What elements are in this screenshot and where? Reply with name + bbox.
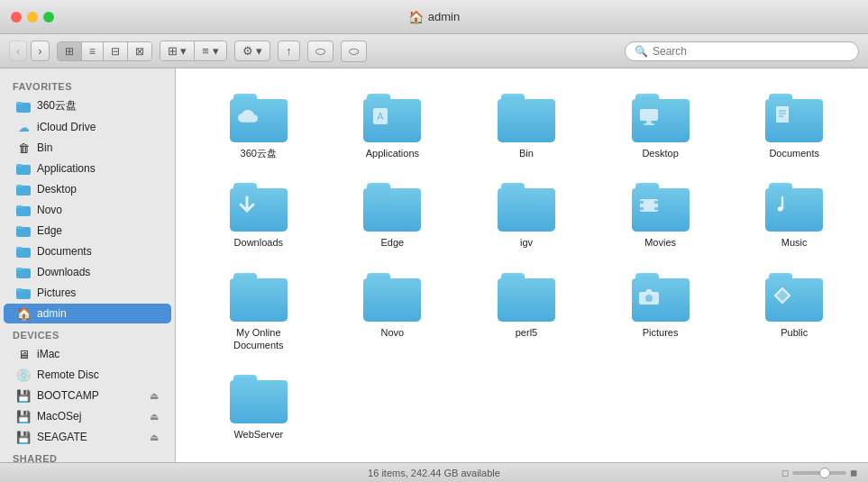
file-label-documents: Documents: [769, 147, 819, 159]
sidebar-icon-documents: [16, 244, 31, 259]
file-item-desktop[interactable]: Desktop: [596, 86, 726, 167]
folder-icon-igv: [498, 183, 555, 232]
main-area: Favorites 360云盘☁iCloud Drive🗑Bin Applica…: [0, 68, 868, 462]
zoom-slider: ◻ ◼: [781, 468, 857, 477]
tag1-button[interactable]: ⬭: [307, 41, 333, 62]
search-input[interactable]: [653, 45, 849, 58]
folder-icon-movies: [632, 183, 690, 232]
sidebar-icon-novo: [16, 203, 31, 217]
file-item-perl5[interactable]: perl5: [461, 266, 591, 359]
svg-rect-29: [654, 207, 658, 210]
file-item-my-online[interactable]: My Online Documents: [194, 266, 324, 359]
eject-icon-bootcamp[interactable]: ⏏: [150, 390, 159, 402]
view-toggle: ⊞ ≡ ⊟ ⊠: [57, 41, 152, 61]
sidebar-item-novo[interactable]: Novo: [4, 200, 171, 220]
close-button[interactable]: [11, 12, 22, 23]
folder-body-desktop: [632, 99, 690, 142]
slider-thumb[interactable]: [819, 468, 830, 478]
sidebar-item-edge[interactable]: Edge: [4, 221, 171, 241]
svg-rect-19: [646, 121, 652, 123]
folder-body-yunpan: [230, 99, 288, 142]
file-label-movies: Movies: [644, 236, 676, 249]
file-label-pictures: Pictures: [643, 326, 679, 339]
title-text: admin: [428, 10, 460, 23]
view-list-btn[interactable]: ≡: [82, 42, 104, 60]
minimize-button[interactable]: [27, 12, 38, 23]
view-column-btn[interactable]: ⊟: [104, 42, 128, 60]
folder-icon-edge: [363, 183, 421, 232]
sidebar-icon-yunpan: [16, 99, 31, 114]
forward-button[interactable]: ›: [31, 41, 49, 61]
sidebar-label-bin: Bin: [37, 141, 159, 154]
sidebar-label-applications: Applications: [37, 162, 159, 175]
sidebar-label-desktop: Desktop: [37, 183, 159, 196]
sidebar-label-novo: Novo: [37, 204, 159, 216]
file-label-edge: Edge: [381, 236, 405, 249]
folder-icon-applications: A: [363, 94, 421, 142]
file-item-webserver[interactable]: WebServer: [194, 368, 324, 448]
file-item-applications[interactable]: A Applications: [328, 86, 458, 167]
sidebar-item-icloud[interactable]: ☁iCloud Drive: [4, 117, 171, 137]
sidebar-item-seagate[interactable]: 💾SEAGATE⏏: [4, 427, 171, 447]
folder-body-music: [765, 188, 823, 232]
folder-icon-bin: [498, 94, 555, 142]
file-item-novo[interactable]: Novo: [328, 266, 458, 359]
view-cover-btn[interactable]: ⊠: [128, 42, 151, 60]
sort-button[interactable]: ⊞ ▾: [160, 41, 196, 60]
view-icon-btn[interactable]: ⊞: [58, 42, 82, 60]
file-item-music[interactable]: Music: [729, 176, 859, 256]
folder-overlay-edge: [363, 188, 397, 223]
sidebar-icon-applications: [16, 161, 31, 176]
file-item-bin[interactable]: Bin: [461, 86, 591, 167]
sidebar-item-admin[interactable]: 🏠admin: [4, 304, 171, 323]
svg-rect-7: [16, 205, 23, 208]
sidebar-item-macosej[interactable]: 💾MacOSej⏏: [4, 406, 171, 426]
file-item-edge[interactable]: Edge: [328, 176, 458, 256]
sidebar-item-imac[interactable]: 🖥iMac: [4, 344, 171, 364]
maximize-button[interactable]: [43, 12, 54, 23]
status-text: 16 items, 242.44 GB available: [368, 468, 500, 478]
svg-rect-9: [16, 226, 23, 229]
eject-icon-macosej[interactable]: ⏏: [150, 411, 159, 423]
folder-body-bin: [498, 99, 555, 142]
sidebar-icon-edge: [16, 223, 31, 238]
tag2-button[interactable]: ⬭: [341, 41, 367, 62]
sidebar-item-bootcamp[interactable]: 💾BOOTCAMP⏏: [4, 386, 171, 405]
file-item-igv[interactable]: igv: [461, 176, 591, 256]
file-label-igv: igv: [520, 236, 533, 249]
file-item-public[interactable]: Public: [729, 266, 859, 359]
sidebar-icon-downloads: [16, 265, 31, 279]
sidebar-item-documents[interactable]: Documents: [4, 241, 171, 261]
svg-rect-13: [16, 268, 23, 270]
svg-rect-15: [16, 288, 23, 291]
action-button[interactable]: ⚙ ▾: [234, 41, 271, 61]
home-icon: 🏠: [408, 10, 424, 24]
back-button[interactable]: ‹: [9, 41, 27, 61]
slider-track[interactable]: [792, 471, 846, 475]
arrange-button[interactable]: ≡ ▾: [195, 41, 225, 60]
sidebar-item-applications[interactable]: Applications: [4, 159, 171, 178]
sidebar-item-remote[interactable]: 💿Remote Disc: [4, 365, 171, 385]
folder-body-perl5: [498, 278, 555, 322]
file-item-documents[interactable]: Documents: [729, 86, 859, 167]
file-grid: 360云盘 A Applications Bin: [194, 86, 859, 448]
sidebar-item-pictures[interactable]: Pictures: [4, 283, 171, 303]
eject-icon-seagate[interactable]: ⏏: [150, 432, 159, 443]
sidebar-item-desktop[interactable]: Desktop: [4, 179, 171, 199]
folder-overlay-applications: A: [363, 99, 397, 133]
file-item-yunpan[interactable]: 360云盘: [194, 86, 324, 167]
share-button[interactable]: ↑: [278, 41, 300, 61]
sidebar-item-downloads[interactable]: Downloads: [4, 262, 171, 282]
window-controls: [11, 12, 54, 23]
folder-icon-downloads: [230, 183, 288, 232]
sidebar-item-bin[interactable]: 🗑Bin: [4, 138, 171, 158]
folder-icon-my-online: [230, 273, 288, 322]
file-label-novo: Novo: [381, 326, 405, 339]
toolbar: ‹ › ⊞ ≡ ⊟ ⊠ ⊞ ▾ ≡ ▾ ⚙ ▾ ↑ ⬭ ⬭ 🔍: [0, 34, 868, 68]
file-item-downloads[interactable]: Downloads: [194, 176, 324, 256]
sidebar-item-yunpan[interactable]: 360云盘: [4, 95, 171, 116]
file-item-movies[interactable]: Movies: [596, 176, 726, 256]
file-label-desktop: Desktop: [642, 147, 678, 159]
sidebar-section-shared: Shared: [0, 448, 175, 462]
file-item-pictures[interactable]: Pictures: [596, 266, 726, 359]
